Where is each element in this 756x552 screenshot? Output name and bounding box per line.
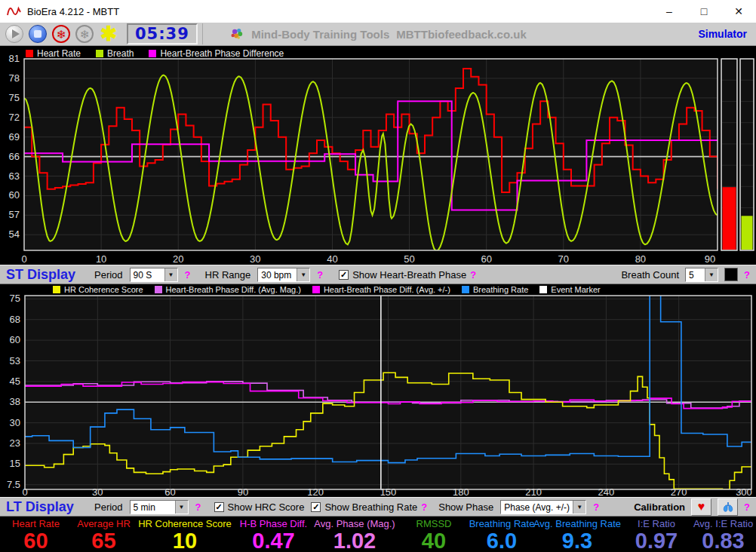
toolbar-separator: [202, 23, 203, 44]
stat-value: 0.47: [252, 529, 294, 552]
stat-label: Avg. I:E Ratio: [693, 518, 753, 529]
svg-text:240: 240: [598, 486, 615, 497]
lt-period-value: 5 min: [131, 501, 175, 514]
stat-value: 0.83: [702, 529, 744, 552]
svg-text:30: 30: [92, 486, 103, 497]
lt-period-help[interactable]: ?: [195, 501, 201, 513]
svg-text:40: 40: [327, 253, 337, 265]
svg-text:23: 23: [10, 437, 20, 449]
stat-value: 40: [422, 529, 446, 552]
freeze-gray-button[interactable]: ❄: [75, 25, 94, 43]
lungs-calibration-button[interactable]: [718, 498, 738, 516]
breath-color-swatch[interactable]: [724, 268, 738, 281]
st-period-dropdown[interactable]: 90 S ▼: [130, 268, 178, 282]
st-period-value: 90 S: [131, 268, 164, 281]
breath-count-help[interactable]: ?: [744, 269, 750, 281]
show-phase-dropdown[interactable]: Phase (Avg. +/-) ▼: [500, 500, 586, 514]
st-control-bar: ST Display Period 90 S ▼ ? HR Range 30 b…: [0, 265, 756, 284]
chevron-down-icon[interactable]: ▼: [297, 268, 309, 281]
legend-swatch: [26, 50, 33, 57]
legend-label: Breath: [107, 48, 134, 59]
svg-text:50: 50: [404, 253, 414, 265]
svg-text:80: 80: [635, 253, 646, 265]
stat-breathing-rate: Breathing Rate6.0: [472, 517, 532, 552]
stat-value: 1.02: [333, 529, 376, 552]
brain-logo-icon: [229, 26, 244, 41]
chevron-down-icon[interactable]: ▼: [573, 501, 585, 514]
st-period-label: Period: [94, 269, 123, 281]
play-button[interactable]: [5, 25, 23, 43]
legend-item: Heart-Breath Phase Diff. (Avg. Mag.): [155, 285, 301, 294]
freeze-red-button[interactable]: ❄: [52, 25, 70, 43]
svg-text:54: 54: [9, 228, 20, 240]
show-phase-help[interactable]: ?: [593, 501, 599, 513]
show-heart-breath-phase-row: ✓ Show Heart-Breath Phase ?: [339, 269, 476, 281]
stat-label: RMSSD: [416, 518, 452, 529]
show-breathing-rate-help[interactable]: ?: [421, 501, 427, 513]
stat-label: Average HR: [77, 518, 131, 529]
minimize-button[interactable]: –: [652, 0, 687, 23]
heart-calibration-button[interactable]: ♥: [691, 498, 711, 516]
svg-text:210: 210: [525, 486, 542, 497]
session-timer: 05:39: [127, 23, 198, 44]
st-chart: 817875726966636057540102030405060708090: [0, 46, 756, 265]
hr-range-help[interactable]: ?: [317, 269, 323, 281]
asterisk-button[interactable]: ✱: [99, 24, 118, 44]
legend-swatch: [149, 50, 156, 57]
svg-text:90: 90: [705, 253, 715, 265]
show-phase-help[interactable]: ?: [470, 269, 476, 281]
legend-swatch: [155, 286, 162, 293]
legend-swatch: [96, 50, 103, 57]
svg-text:150: 150: [380, 486, 397, 497]
chevron-down-icon[interactable]: ▼: [164, 268, 177, 281]
st-period-help[interactable]: ?: [185, 269, 191, 281]
snowflake-gray-icon: ❄: [80, 29, 90, 40]
legend-item: Heart-Breath Phase Diff. (Avg. +/-): [312, 285, 450, 294]
legend-label: Event Marker: [551, 285, 600, 294]
show-heart-breath-phase-label: Show Heart-Breath Phase: [352, 269, 466, 281]
show-hrc-score-checkbox[interactable]: ✓: [214, 502, 224, 512]
legend-item: Heart Rate: [26, 48, 81, 59]
svg-text:60: 60: [481, 253, 491, 265]
breath-count-dropdown[interactable]: 5 ▼: [685, 268, 718, 282]
legend-item: Heart-Breath Phase Difference: [149, 48, 284, 59]
stat-heart-rate: Heart Rate60: [0, 517, 72, 552]
stat-label: Heart Rate: [12, 518, 60, 529]
maximize-button[interactable]: □: [687, 0, 721, 23]
app-window: BioEra 4.212 - MBTT – □ ✕ ❄ ❄ ✱ 05:39 Mi…: [0, 0, 756, 552]
stat-value: 65: [91, 529, 115, 552]
legend-item: Breathing Rate: [462, 285, 528, 294]
stat-label: Avg. Phase (Mag.): [314, 518, 395, 529]
window-title: BioEra 4.212 - MBTT: [27, 6, 119, 17]
svg-text:38: 38: [10, 396, 20, 407]
svg-text:7.5: 7.5: [7, 479, 20, 490]
calibration-group: Calibration ♥ ?: [634, 498, 750, 516]
simulator-label[interactable]: Simulator: [698, 28, 756, 40]
calibration-help[interactable]: ?: [744, 501, 750, 513]
show-heart-breath-phase-checkbox[interactable]: ✓: [339, 270, 349, 280]
hr-range-dropdown[interactable]: 30 bpm ▼: [257, 268, 310, 282]
svg-text:180: 180: [453, 486, 469, 497]
show-breathing-rate-checkbox[interactable]: ✓: [311, 502, 321, 512]
svg-text:78: 78: [9, 72, 20, 84]
st-legend: Heart RateBreathHeart-Breath Phase Diffe…: [26, 48, 284, 59]
chevron-down-icon[interactable]: ▼: [175, 501, 188, 514]
chevron-down-icon[interactable]: ▼: [705, 268, 718, 281]
lt-period-dropdown[interactable]: 5 min ▼: [130, 500, 189, 514]
legend-swatch: [312, 286, 320, 293]
svg-text:0: 0: [21, 253, 26, 265]
legend-item: Breath: [96, 48, 134, 59]
stop-button[interactable]: [29, 25, 47, 43]
svg-text:53: 53: [10, 355, 20, 366]
show-phase-label: Show Phase: [438, 501, 493, 513]
show-hrc-score-row: ✓ Show HRC Score: [214, 501, 305, 513]
app-logo-icon: [6, 5, 23, 18]
stats-bar: Heart Rate60Average HR65HR Coherence Sco…: [0, 517, 756, 552]
svg-text:15: 15: [10, 458, 20, 469]
svg-text:300: 300: [736, 486, 752, 497]
close-button[interactable]: ✕: [721, 0, 756, 23]
brand-site: MBTTbiofeedback.co.uk: [396, 28, 527, 41]
stat-hr-coherence-score: HR Coherence Score10: [136, 517, 234, 552]
legend-label: Heart-Breath Phase Difference: [160, 48, 284, 59]
show-hrc-score-label: Show HRC Score: [228, 501, 305, 513]
